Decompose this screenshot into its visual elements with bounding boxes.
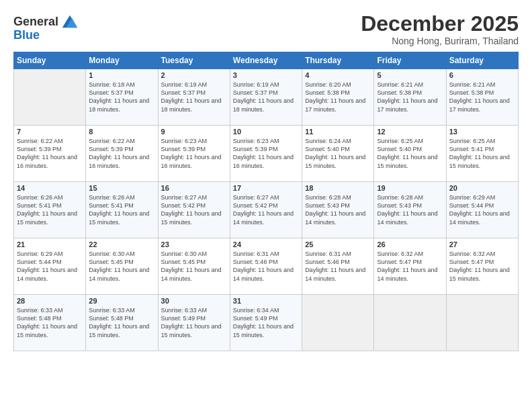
day-header-wednesday: Wednesday: [230, 52, 302, 69]
day-number: 19: [377, 184, 443, 192]
calendar-cell: 7Sunrise: 6:22 AMSunset: 5:39 PMDaylight…: [14, 126, 86, 182]
day-header-saturday: Saturday: [446, 52, 518, 69]
cell-content: Sunrise: 6:26 AMSunset: 5:41 PMDaylight:…: [17, 193, 83, 226]
day-number: 2: [161, 71, 227, 79]
calendar-cell: 25Sunrise: 6:31 AMSunset: 5:46 PMDayligh…: [302, 238, 374, 295]
day-number: 11: [305, 128, 371, 136]
cell-content: Sunrise: 6:33 AMSunset: 5:49 PMDaylight:…: [161, 306, 227, 339]
day-number: 27: [449, 240, 515, 248]
cell-content: Sunrise: 6:34 AMSunset: 5:49 PMDaylight:…: [233, 306, 299, 339]
cell-content: Sunrise: 6:29 AMSunset: 5:44 PMDaylight:…: [449, 193, 515, 226]
cell-content: Sunrise: 6:33 AMSunset: 5:48 PMDaylight:…: [89, 306, 154, 339]
calendar-cell: 23Sunrise: 6:30 AMSunset: 5:45 PMDayligh…: [158, 238, 230, 295]
cell-content: Sunrise: 6:32 AMSunset: 5:47 PMDaylight:…: [377, 250, 443, 283]
day-number: 28: [17, 297, 83, 305]
calendar-cell: 27Sunrise: 6:32 AMSunset: 5:47 PMDayligh…: [446, 238, 518, 295]
cell-content: Sunrise: 6:27 AMSunset: 5:42 PMDaylight:…: [161, 193, 227, 226]
day-number: 17: [233, 184, 299, 192]
day-header-tuesday: Tuesday: [158, 52, 230, 69]
cell-content: Sunrise: 6:31 AMSunset: 5:46 PMDaylight:…: [305, 250, 371, 283]
day-number: 4: [305, 71, 371, 79]
day-header-sunday: Sunday: [14, 52, 86, 69]
logo-icon: [60, 12, 79, 31]
day-number: 7: [17, 128, 83, 136]
day-number: 30: [161, 297, 227, 305]
day-number: 1: [89, 71, 154, 79]
day-number: 9: [161, 128, 227, 136]
day-number: 12: [377, 128, 443, 136]
cell-content: Sunrise: 6:18 AMSunset: 5:37 PMDaylight:…: [89, 81, 154, 113]
cell-content: Sunrise: 6:23 AMSunset: 5:39 PMDaylight:…: [161, 137, 227, 170]
calendar-cell: 5Sunrise: 6:21 AMSunset: 5:38 PMDaylight…: [374, 69, 446, 126]
cell-content: Sunrise: 6:20 AMSunset: 5:38 PMDaylight:…: [305, 81, 371, 113]
calendar-cell: 6Sunrise: 6:21 AMSunset: 5:38 PMDaylight…: [446, 69, 518, 126]
calendar-cell: 15Sunrise: 6:26 AMSunset: 5:41 PMDayligh…: [86, 182, 158, 238]
day-number: 20: [449, 184, 515, 192]
calendar-cell: 4Sunrise: 6:20 AMSunset: 5:38 PMDaylight…: [302, 69, 374, 126]
day-number: 25: [305, 240, 371, 248]
day-number: 22: [89, 240, 154, 248]
cell-content: Sunrise: 6:19 AMSunset: 5:37 PMDaylight:…: [161, 81, 227, 113]
cell-content: Sunrise: 6:31 AMSunset: 5:46 PMDaylight:…: [233, 250, 299, 283]
day-number: 6: [449, 71, 515, 79]
day-number: 8: [89, 128, 154, 136]
calendar-cell: 3Sunrise: 6:19 AMSunset: 5:37 PMDaylight…: [230, 69, 302, 126]
calendar-cell: 10Sunrise: 6:23 AMSunset: 5:39 PMDayligh…: [230, 126, 302, 182]
calendar-cell: 2Sunrise: 6:19 AMSunset: 5:37 PMDaylight…: [158, 69, 230, 126]
cell-content: Sunrise: 6:25 AMSunset: 5:41 PMDaylight:…: [449, 137, 515, 170]
cell-content: Sunrise: 6:30 AMSunset: 5:45 PMDaylight:…: [89, 250, 154, 283]
day-header-friday: Friday: [374, 52, 446, 69]
location: Nong Hong, Buriram, Thailand: [361, 36, 519, 46]
calendar-cell: 9Sunrise: 6:23 AMSunset: 5:39 PMDaylight…: [158, 126, 230, 182]
day-number: 14: [17, 184, 83, 192]
cell-content: Sunrise: 6:29 AMSunset: 5:44 PMDaylight:…: [17, 250, 83, 283]
cell-content: Sunrise: 6:30 AMSunset: 5:45 PMDaylight:…: [161, 250, 227, 283]
calendar-cell: 1Sunrise: 6:18 AMSunset: 5:37 PMDaylight…: [86, 69, 158, 126]
calendar-cell: 29Sunrise: 6:33 AMSunset: 5:48 PMDayligh…: [86, 295, 158, 351]
cell-content: Sunrise: 6:33 AMSunset: 5:48 PMDaylight:…: [17, 306, 83, 339]
calendar-cell: 28Sunrise: 6:33 AMSunset: 5:48 PMDayligh…: [14, 295, 86, 351]
day-number: 15: [89, 184, 154, 192]
calendar-cell: 19Sunrise: 6:28 AMSunset: 5:43 PMDayligh…: [374, 182, 446, 238]
calendar-cell: 30Sunrise: 6:33 AMSunset: 5:49 PMDayligh…: [158, 295, 230, 351]
calendar-cell: [14, 69, 86, 126]
cell-content: Sunrise: 6:22 AMSunset: 5:39 PMDaylight:…: [89, 137, 154, 170]
calendar-cell: 11Sunrise: 6:24 AMSunset: 5:40 PMDayligh…: [302, 126, 374, 182]
cell-content: Sunrise: 6:24 AMSunset: 5:40 PMDaylight:…: [305, 137, 371, 170]
logo: General Blue: [13, 12, 79, 42]
calendar-cell: [446, 295, 518, 351]
calendar-cell: 26Sunrise: 6:32 AMSunset: 5:47 PMDayligh…: [374, 238, 446, 295]
day-number: 18: [305, 184, 371, 192]
calendar-cell: [374, 295, 446, 351]
cell-content: Sunrise: 6:28 AMSunset: 5:43 PMDaylight:…: [377, 193, 443, 226]
day-number: 5: [377, 71, 443, 79]
calendar-cell: 18Sunrise: 6:28 AMSunset: 5:43 PMDayligh…: [302, 182, 374, 238]
day-number: 31: [233, 297, 299, 305]
calendar-cell: 21Sunrise: 6:29 AMSunset: 5:44 PMDayligh…: [14, 238, 86, 295]
calendar-cell: 16Sunrise: 6:27 AMSunset: 5:42 PMDayligh…: [158, 182, 230, 238]
cell-content: Sunrise: 6:25 AMSunset: 5:40 PMDaylight:…: [377, 137, 443, 170]
calendar: SundayMondayTuesdayWednesdayThursdayFrid…: [13, 52, 519, 351]
cell-content: Sunrise: 6:21 AMSunset: 5:38 PMDaylight:…: [449, 81, 515, 113]
day-number: 24: [233, 240, 299, 248]
cell-content: Sunrise: 6:19 AMSunset: 5:37 PMDaylight:…: [233, 81, 299, 113]
cell-content: Sunrise: 6:32 AMSunset: 5:47 PMDaylight:…: [449, 250, 515, 283]
cell-content: Sunrise: 6:28 AMSunset: 5:43 PMDaylight:…: [305, 193, 371, 226]
day-number: 13: [449, 128, 515, 136]
day-header-thursday: Thursday: [302, 52, 374, 69]
day-number: 29: [89, 297, 154, 305]
header: General Blue December 2025 Nong Hong, Bu…: [13, 12, 519, 46]
day-number: 21: [17, 240, 83, 248]
day-number: 16: [161, 184, 227, 192]
calendar-cell: [302, 295, 374, 351]
calendar-cell: 22Sunrise: 6:30 AMSunset: 5:45 PMDayligh…: [86, 238, 158, 295]
day-number: 23: [161, 240, 227, 248]
day-number: 26: [377, 240, 443, 248]
calendar-cell: 20Sunrise: 6:29 AMSunset: 5:44 PMDayligh…: [446, 182, 518, 238]
calendar-cell: 17Sunrise: 6:27 AMSunset: 5:42 PMDayligh…: [230, 182, 302, 238]
cell-content: Sunrise: 6:22 AMSunset: 5:39 PMDaylight:…: [17, 137, 83, 170]
cell-content: Sunrise: 6:23 AMSunset: 5:39 PMDaylight:…: [233, 137, 299, 170]
calendar-cell: 14Sunrise: 6:26 AMSunset: 5:41 PMDayligh…: [14, 182, 86, 238]
page: General Blue December 2025 Nong Hong, Bu…: [0, 0, 532, 411]
day-number: 3: [233, 71, 299, 79]
